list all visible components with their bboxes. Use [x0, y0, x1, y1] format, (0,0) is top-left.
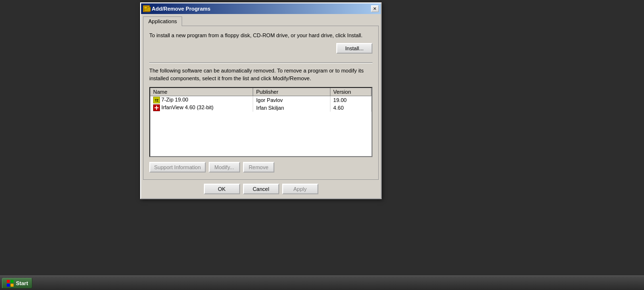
modify-button[interactable]: Modify... — [209, 162, 240, 173]
install-section: To install a new program from a floppy d… — [149, 32, 372, 58]
add-remove-programs-dialog: Add/Remove Programs ✕ Applications To in… — [140, 2, 382, 199]
program-publisher: Irfan Skiljan — [253, 104, 330, 112]
support-information-button[interactable]: Support Information — [149, 162, 206, 173]
install-button[interactable]: Install... — [336, 43, 372, 54]
program-version: 4.60 — [330, 104, 371, 112]
title-bar-left: Add/Remove Programs — [143, 5, 211, 12]
col-header-name[interactable]: Name — [150, 88, 253, 96]
program-name-cell: IrfanView 4.60 (32-bit) — [150, 104, 253, 112]
program-version: 19.00 — [330, 96, 371, 104]
dialog-footer: OK Cancel Apply — [141, 180, 381, 198]
table-header-row: Name Publisher Version — [150, 88, 372, 96]
col-header-version[interactable]: Version — [330, 88, 371, 96]
desktop: Add/Remove Programs ✕ Applications To in… — [0, 0, 644, 290]
programs-table: Name Publisher Version 7Z7 — [150, 88, 372, 112]
svg-rect-5 — [7, 284, 10, 287]
program-publisher: Igor Pavlov — [253, 96, 330, 104]
tab-bar: Applications — [141, 14, 381, 26]
svg-rect-2 — [155, 108, 159, 109]
dialog-content: To install a new program from a floppy d… — [143, 26, 379, 180]
remove-button[interactable]: Remove — [243, 162, 274, 173]
svg-rect-4 — [11, 280, 14, 283]
remove-description: The following software can be automatica… — [149, 67, 372, 82]
col-header-publisher[interactable]: Publisher — [253, 88, 330, 96]
irfan-icon — [153, 104, 160, 111]
title-bar-controls: ✕ — [371, 5, 379, 12]
program-name: 7-Zip 19.00 — [161, 97, 188, 102]
start-button[interactable]: Start — [2, 278, 32, 289]
table-row[interactable]: IrfanView 4.60 (32-bit)Irfan Skiljan4.60 — [150, 104, 372, 112]
divider — [149, 62, 372, 63]
program-name: IrfanView 4.60 (32-bit) — [161, 104, 214, 110]
apply-button[interactable]: Apply — [282, 184, 318, 194]
remove-section: The following software can be automatica… — [149, 67, 372, 173]
start-label: Start — [16, 280, 28, 286]
program-action-buttons: Support Information Modify... Remove — [149, 162, 372, 173]
title-bar: Add/Remove Programs ✕ — [141, 3, 381, 14]
install-description: To install a new program from a floppy d… — [149, 32, 372, 39]
program-name-cell: 7Z7-Zip 19.00 — [150, 96, 253, 104]
table-row[interactable]: 7Z7-Zip 19.00Igor Pavlov19.00 — [150, 96, 372, 104]
start-icon — [6, 279, 14, 287]
close-button[interactable]: ✕ — [371, 5, 379, 12]
dialog-title: Add/Remove Programs — [152, 6, 211, 12]
ok-button[interactable]: OK — [204, 184, 240, 194]
dialog-icon — [143, 5, 150, 12]
taskbar: Start — [0, 276, 644, 290]
svg-rect-6 — [11, 284, 14, 287]
tab-applications[interactable]: Applications — [143, 16, 182, 26]
cancel-button[interactable]: Cancel — [243, 184, 279, 194]
programs-list-container[interactable]: Name Publisher Version 7Z7 — [149, 87, 372, 157]
svg-rect-3 — [7, 280, 10, 283]
7zip-icon: 7Z — [153, 97, 160, 103]
install-btn-row: Install... — [149, 43, 372, 54]
